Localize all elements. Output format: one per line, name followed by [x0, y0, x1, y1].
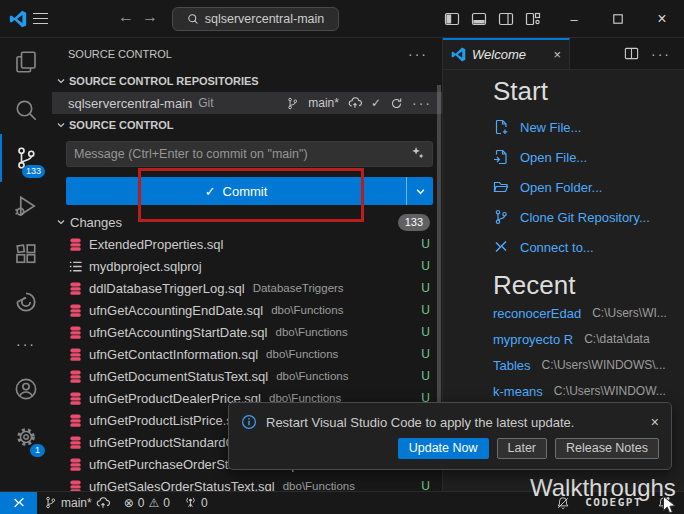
- sidebar-title: SOURCE CONTROL ···: [52, 38, 442, 70]
- connect-to-link[interactable]: Connect to...: [493, 232, 684, 262]
- file-type-icon: [68, 303, 83, 318]
- changed-file-row[interactable]: ufnGetContactInformation.sql dbo\Functio…: [52, 343, 442, 365]
- start-links: New File... Open File... Open Folder... …: [493, 112, 684, 262]
- forward-button[interactable]: →: [141, 8, 159, 26]
- changed-file-row[interactable]: ufnGetAccountingEndDate.sql dbo\Function…: [52, 299, 442, 321]
- editor-more-icon[interactable]: ···: [651, 46, 671, 62]
- changed-file-row[interactable]: ExtendedProperties.sql U: [52, 233, 442, 255]
- run-debug-icon[interactable]: [0, 182, 52, 230]
- additional-views-icon[interactable]: ···: [0, 326, 52, 362]
- problems-status-item[interactable]: ⊗ 0 ⚠ 0: [117, 492, 177, 514]
- notification-header: Restart Visual Studio Code to apply the …: [241, 414, 659, 430]
- repository-more-icon[interactable]: ···: [412, 95, 432, 111]
- close-notification-icon[interactable]: ×: [651, 414, 659, 430]
- sidebar-scrollbar[interactable]: [437, 85, 441, 443]
- codegpt-icon[interactable]: [0, 278, 52, 326]
- back-button[interactable]: ←: [117, 8, 135, 26]
- commit-message-placeholder: Message (Ctrl+Enter to commit on "main"): [74, 147, 308, 161]
- file-name: ufnGetDocumentStatusText.sql: [89, 369, 268, 384]
- recent-item[interactable]: k-means C:\Users\WINDOW...: [493, 378, 684, 404]
- file-git-status: U: [421, 325, 430, 339]
- split-editor-icon[interactable]: [624, 46, 639, 61]
- toggle-sidebar-icon[interactable]: [444, 11, 460, 27]
- changed-file-row[interactable]: ufnGetAccountingStartDate.sql dbo\Functi…: [52, 321, 442, 343]
- file-type-icon: [68, 237, 83, 252]
- changed-file-row[interactable]: mydbproject.sqlproj U: [52, 255, 442, 277]
- remote-indicator[interactable]: [0, 492, 37, 514]
- recent-name[interactable]: reconocerEdad: [493, 306, 581, 321]
- ports-status-item[interactable]: 0: [177, 492, 215, 514]
- repositories-header-label: SOURCE CONTROL REPOSITORIES: [69, 75, 259, 87]
- vscode-file-icon: [451, 47, 466, 62]
- update-now-button[interactable]: Update Now: [398, 438, 489, 459]
- changed-file-row[interactable]: ufnGetDocumentStatusText.sql dbo\Functio…: [52, 365, 442, 387]
- new-file-link[interactable]: New File...: [493, 112, 684, 142]
- welcome-page: Start New File... Open File... Open Fold…: [443, 70, 684, 404]
- connect-to-label: Connect to...: [520, 240, 594, 255]
- file-type-icon: [68, 259, 83, 274]
- file-path-description: dbo\Functions: [266, 348, 338, 360]
- new-file-label: New File...: [520, 120, 581, 135]
- file-name: ufnGetAccountingEndDate.sql: [89, 303, 263, 318]
- editor-actions: ···: [624, 38, 684, 69]
- recent-item[interactable]: Tables C:\Users\WINDOWS\...: [493, 352, 684, 378]
- commit-check-icon[interactable]: ✓: [371, 96, 381, 110]
- source-control-icon[interactable]: 133: [0, 134, 52, 182]
- repository-row[interactable]: sqlservercentral-main Git main* ✓ ···: [52, 92, 442, 114]
- open-file-label: Open File...: [520, 150, 587, 165]
- cloud-upload-icon: [96, 496, 110, 510]
- changes-header-label: Changes: [70, 215, 122, 230]
- clone-repo-link[interactable]: Clone Git Repository...: [493, 202, 684, 232]
- maximize-button[interactable]: [596, 0, 640, 38]
- release-notes-button[interactable]: Release Notes: [555, 438, 659, 459]
- explorer-icon[interactable]: [0, 38, 52, 86]
- changed-file-row[interactable]: ddlDatabaseTriggerLog.sql DatabaseTrigge…: [52, 277, 442, 299]
- toggle-secondary-sidebar-icon[interactable]: [498, 11, 514, 27]
- close-window-button[interactable]: ×: [640, 0, 684, 38]
- tab-welcome[interactable]: Welcome ×: [443, 38, 570, 69]
- warnings-icon: ⚠: [148, 496, 159, 510]
- chevron-down-icon: [56, 120, 66, 130]
- recent-item[interactable]: reconocerEdad C:\Users\WI...: [493, 300, 684, 326]
- tab-label: Welcome: [472, 47, 526, 62]
- update-notification-toast: Restart Visual Studio Code to apply the …: [228, 402, 672, 470]
- customize-layout-icon[interactable]: [525, 11, 541, 27]
- repositories-section-header[interactable]: SOURCE CONTROL REPOSITORIES: [52, 70, 442, 92]
- changed-file-row[interactable]: ufnGetSalesOrderStatusText.sql dbo\Funct…: [52, 475, 442, 491]
- file-git-status: U: [421, 479, 430, 491]
- later-button[interactable]: Later: [497, 438, 548, 459]
- search-sidebar-icon[interactable]: [0, 86, 52, 134]
- command-center[interactable]: sqlservercentral-main: [172, 7, 339, 31]
- sparkle-icon[interactable]: [411, 146, 425, 163]
- menu-icon[interactable]: [33, 13, 48, 28]
- tab-close-icon[interactable]: ×: [553, 47, 561, 62]
- open-folder-link[interactable]: Open Folder...: [493, 172, 684, 202]
- file-path-description: dbo\Functions: [271, 304, 343, 316]
- recent-name[interactable]: myproyecto R: [493, 332, 573, 347]
- remote-icon: [12, 496, 26, 510]
- refresh-icon[interactable]: [390, 97, 403, 110]
- branch-label: main*: [61, 496, 92, 510]
- repository-branch-label[interactable]: main*: [308, 96, 339, 110]
- commit-dropdown-button[interactable]: [406, 177, 433, 205]
- sidebar-more-icon[interactable]: ···: [408, 46, 428, 62]
- recent-item[interactable]: myproyecto R C:\data\data: [493, 326, 684, 352]
- commit-message-input[interactable]: Message (Ctrl+Enter to commit on "main"): [66, 141, 433, 167]
- open-folder-label: Open Folder...: [520, 180, 602, 195]
- recent-name[interactable]: Tables: [493, 358, 531, 373]
- recent-name[interactable]: k-means: [493, 384, 543, 399]
- scm-section-header[interactable]: SOURCE CONTROL: [52, 114, 442, 136]
- settings-gear-icon[interactable]: 1: [0, 413, 52, 461]
- open-file-link[interactable]: Open File...: [493, 142, 684, 172]
- extensions-icon[interactable]: [0, 230, 52, 278]
- file-name: ExtendedProperties.sql: [89, 237, 223, 252]
- toggle-panel-icon[interactable]: [471, 11, 487, 27]
- accounts-icon[interactable]: [0, 365, 52, 413]
- branch-status-item[interactable]: main*: [37, 492, 117, 514]
- minimize-button[interactable]: –: [552, 0, 596, 38]
- file-path-description: dbo\Functions: [276, 370, 348, 382]
- settings-badge: 1: [30, 444, 45, 457]
- file-name: ufnGetSalesOrderStatusText.sql: [89, 479, 275, 492]
- recent-path: C:\Users\WINDOWS\...: [542, 358, 666, 372]
- cloud-upload-icon[interactable]: [348, 96, 362, 110]
